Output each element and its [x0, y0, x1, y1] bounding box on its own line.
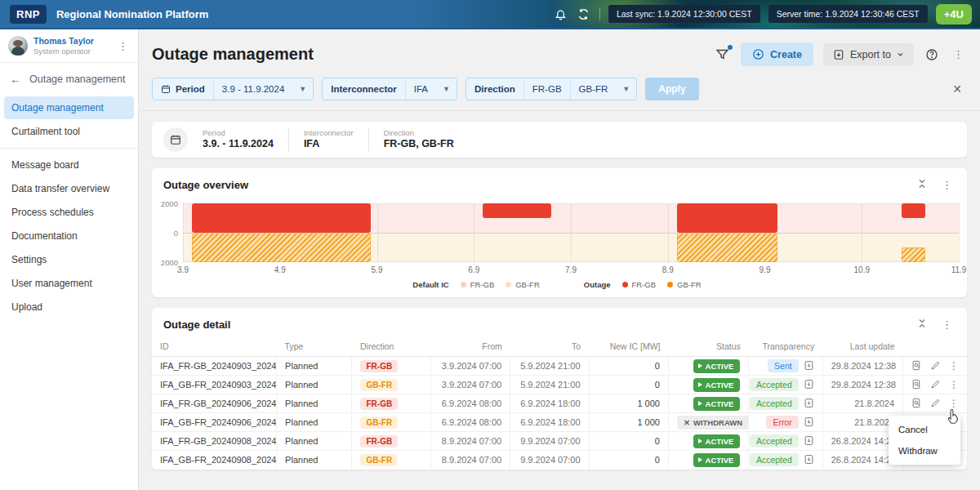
sidebar-item-outage-management[interactable]: Outage management [4, 96, 134, 119]
column-header-status[interactable]: Status [668, 338, 748, 357]
column-header-type[interactable]: Type [277, 338, 352, 357]
legend-item-outage-fr-gb: FR-GB [622, 280, 657, 289]
user-card: Thomas Taylor System operator ⋮ [0, 29, 138, 63]
summary-period-value: 3.9. - 11.9.2024 [203, 138, 274, 151]
cell-direction: FR-GB [352, 394, 430, 413]
sidebar-item-settings[interactable]: Settings [4, 248, 134, 271]
column-header-direction[interactable]: Direction [352, 338, 430, 357]
chart-x-axis: 3.94.95.96.97.98.99.910.911.9 [183, 262, 959, 275]
direction-badge: FR-GB [360, 360, 398, 372]
sidebar-item-curtailment-tool[interactable]: Curtailment tool [4, 120, 134, 143]
export-to-button[interactable]: Export to [823, 43, 914, 66]
filter-icon[interactable] [714, 46, 731, 63]
legend-item-default-gb-fr: GB-FR [506, 280, 540, 289]
row-kebab-icon[interactable]: ⋮ [949, 379, 959, 390]
create-button[interactable]: Create [741, 42, 813, 66]
context-menu-item-cancel[interactable]: Cancel [889, 419, 960, 440]
sidebar-item-user-management[interactable]: User management [4, 272, 134, 295]
cell-from: 6.9.2024 08:00 [430, 394, 510, 413]
plus-4u-button[interactable]: +4U [936, 4, 972, 24]
last-sync-timestamp: Last sync: 1.9.2024 12:30:00 CEST [608, 5, 760, 23]
period-filter-chip[interactable]: Period 3.9 - 11.9.2024 ▼ [152, 78, 314, 100]
cell-actions: ⋮ [903, 357, 967, 376]
help-icon[interactable] [924, 47, 940, 63]
row-kebab-icon[interactable]: ⋮ [949, 398, 959, 409]
chart-legend: Default ICFR-GBGB-FROutageFR-GBGB-FR [155, 275, 959, 291]
outage-overview-title: Outage overview [163, 179, 248, 191]
audit-log-icon[interactable] [911, 360, 922, 372]
direction-filter-value-1: FR-GB [532, 84, 562, 94]
outage-chart: 200002000 3.94.95.96.97.98.99.910.911.9 … [152, 198, 967, 297]
edit-pencil-icon[interactable] [930, 398, 941, 410]
cell-last-update: 29.8.2024 12:38 [822, 376, 902, 394]
outage-bar-fr-gb [483, 203, 552, 218]
sidebar-item-documentation[interactable]: Documentation [4, 225, 134, 247]
edit-pencil-icon[interactable] [930, 360, 941, 372]
cell-from: 3.9.2024 07:00 [430, 376, 510, 394]
collapse-icon[interactable] [917, 177, 927, 192]
sidebar-item-message-board[interactable]: Message board [4, 154, 134, 176]
cell-id: IFA_FR-GB_20240906_20240906_2 [152, 394, 277, 413]
summary-direction-label: Direction [384, 128, 454, 138]
chevron-down-icon: ▼ [616, 85, 636, 93]
transparency-export-icon[interactable] [804, 454, 814, 466]
sidebar-item-data-transfer-overview[interactable]: Data transfer overview [4, 177, 134, 200]
cell-transparency: Accepted [749, 394, 822, 413]
calendar-icon [161, 84, 171, 94]
transparency-export-icon[interactable] [804, 435, 814, 448]
status-label: ACTIVE [706, 437, 734, 446]
cell-type: Planned [277, 357, 352, 376]
outage-bar-gb-fr [192, 233, 371, 262]
column-header-id[interactable]: ID [152, 338, 277, 357]
direction-badge: GB-FR [360, 454, 398, 466]
cell-id: IFA_GB-FR_20240906_20240906_2 [152, 413, 277, 432]
cell-to: 6.9.2024 18:00 [510, 394, 589, 413]
transparency-export-icon[interactable] [804, 398, 814, 410]
back-arrow-icon[interactable]: ← [10, 73, 21, 86]
legend-dot [622, 282, 628, 287]
row-kebab-icon[interactable]: ⋮ [949, 360, 959, 372]
context-menu-item-withdraw[interactable]: Withdraw [889, 440, 960, 461]
sidebar-nav: Outage managementCurtailment toolMessage… [0, 94, 138, 321]
legend-dot [667, 282, 673, 287]
transparency-export-icon[interactable] [804, 416, 814, 429]
direction-badge: GB-FR [360, 416, 398, 429]
page-menu-kebab-icon[interactable]: ⋮ [950, 47, 967, 61]
audit-log-icon[interactable] [911, 379, 922, 391]
transparency-export-icon[interactable] [804, 379, 814, 391]
x-icon: ✕ [684, 418, 690, 427]
user-menu-kebab-icon[interactable]: ⋮ [114, 39, 131, 53]
apply-button[interactable]: Apply [645, 78, 698, 100]
chevron-down-icon [897, 51, 904, 58]
chevron-down-icon: ▼ [292, 85, 313, 93]
direction-filter-chip[interactable]: Direction FR-GB GB-FR ▼ [466, 78, 637, 100]
overview-kebab-icon[interactable]: ⋮ [938, 178, 956, 192]
sidebar-item-upload[interactable]: Upload [4, 296, 134, 318]
y-tick-label: 2000 [161, 199, 178, 208]
sync-refresh-icon[interactable] [577, 7, 591, 21]
edit-pencil-icon[interactable] [930, 379, 941, 391]
interconnector-filter-value: IFA [414, 84, 428, 94]
transparency-badge: Accepted [750, 453, 799, 466]
column-header-new-ic-mw-[interactable]: New IC [MW] [589, 338, 668, 357]
detail-kebab-icon[interactable]: ⋮ [938, 318, 956, 332]
outage-bar-gb-fr [677, 233, 777, 262]
transparency-export-icon[interactable] [804, 360, 814, 372]
legend-label: FR-GB [632, 280, 657, 289]
column-header-from[interactable]: From [430, 338, 510, 357]
transparency-badge: Sent [768, 359, 799, 372]
cell-direction: GB-FR [352, 451, 430, 470]
cell-status: ACTIVE [668, 376, 748, 394]
audit-log-icon[interactable] [911, 398, 922, 410]
column-header-last-update[interactable]: Last update [822, 338, 902, 357]
avatar [8, 36, 28, 56]
column-header-to[interactable]: To [510, 338, 589, 357]
notifications-bell-icon[interactable] [554, 7, 568, 21]
interconnector-filter-chip[interactable]: Interconnector IFA ▼ [322, 78, 457, 100]
collapse-icon[interactable] [917, 317, 927, 332]
close-filter-icon[interactable]: ✕ [947, 81, 967, 97]
sidebar-item-process-schedules[interactable]: Process schedules [4, 201, 134, 224]
column-header-transparency[interactable]: Transparency [749, 338, 822, 357]
status-label: ACTIVE [706, 399, 734, 408]
cell-new-ic: 0 [589, 357, 668, 376]
